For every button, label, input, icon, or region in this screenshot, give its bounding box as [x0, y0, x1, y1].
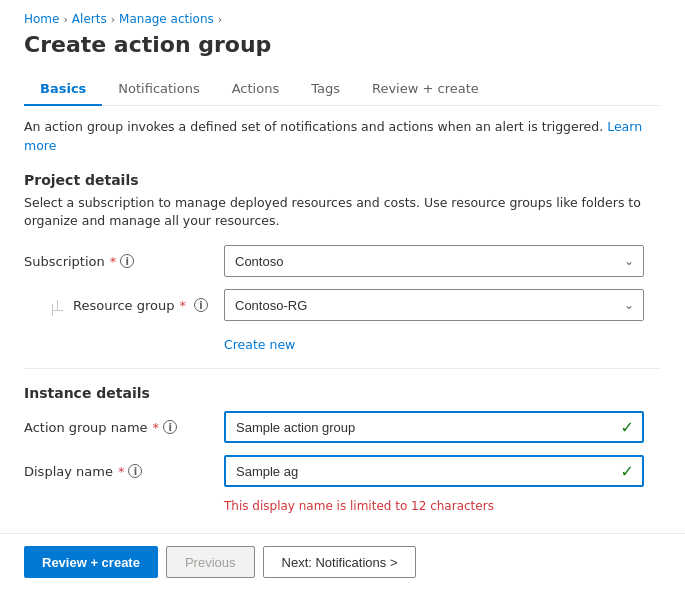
action-group-name-row: Action group name * i ✓	[24, 411, 661, 443]
action-group-name-info-icon[interactable]: i	[163, 420, 177, 434]
subscription-select[interactable]: Contoso	[224, 245, 644, 277]
resource-group-label-container: Resource group * i	[24, 298, 224, 313]
subscription-info-icon[interactable]: i	[120, 254, 134, 268]
resource-group-select[interactable]: Contoso-RG	[224, 289, 644, 321]
section-divider	[24, 368, 661, 369]
tab-notifications[interactable]: Notifications	[102, 73, 215, 106]
char-limit-note: This display name is limited to 12 chara…	[224, 499, 661, 513]
resource-group-select-wrapper: Contoso-RG ⌄	[224, 289, 644, 321]
tab-tags[interactable]: Tags	[295, 73, 356, 106]
breadcrumb-alerts[interactable]: Alerts	[72, 12, 107, 26]
instance-details-title: Instance details	[24, 385, 661, 401]
project-details-title: Project details	[24, 172, 661, 188]
create-new-link[interactable]: Create new	[224, 337, 295, 352]
tab-actions[interactable]: Actions	[216, 73, 296, 106]
subscription-label: Subscription * i	[24, 254, 224, 269]
action-group-name-label: Action group name * i	[24, 420, 224, 435]
tab-bar: Basics Notifications Actions Tags Review…	[24, 73, 661, 106]
subscription-row: Subscription * i Contoso ⌄	[24, 245, 661, 277]
display-name-row: Display name * i ✓	[24, 455, 661, 487]
page-title: Create action group	[24, 32, 661, 57]
tab-basics[interactable]: Basics	[24, 73, 102, 106]
next-notifications-button[interactable]: Next: Notifications >	[263, 546, 417, 578]
info-banner-text: An action group invokes a defined set of…	[24, 119, 603, 134]
breadcrumb-home[interactable]: Home	[24, 12, 59, 26]
breadcrumb: Home › Alerts › Manage actions ›	[24, 12, 661, 26]
action-group-name-input[interactable]	[224, 411, 644, 443]
subscription-required: *	[110, 254, 117, 269]
footer: Review + create Previous Next: Notificat…	[0, 533, 685, 590]
display-name-check-icon: ✓	[621, 462, 634, 481]
display-name-input[interactable]	[224, 455, 644, 487]
action-group-name-input-wrapper: ✓	[224, 411, 644, 443]
previous-button: Previous	[166, 546, 255, 578]
subscription-select-wrapper: Contoso ⌄	[224, 245, 644, 277]
breadcrumb-manage-actions[interactable]: Manage actions	[119, 12, 214, 26]
action-group-name-required: *	[153, 420, 160, 435]
resource-group-row: Resource group * i Contoso-RG ⌄	[24, 289, 661, 321]
action-group-name-check-icon: ✓	[621, 418, 634, 437]
display-name-required: *	[118, 464, 125, 479]
tab-review-create[interactable]: Review + create	[356, 73, 495, 106]
display-name-input-wrapper: ✓	[224, 455, 644, 487]
info-banner: An action group invokes a defined set of…	[24, 118, 661, 156]
resource-group-label: Resource group	[73, 298, 175, 313]
display-name-label: Display name * i	[24, 464, 224, 479]
display-name-info-icon[interactable]: i	[128, 464, 142, 478]
resource-group-required: *	[180, 298, 187, 313]
resource-group-info-icon[interactable]: i	[194, 298, 208, 312]
project-details-desc: Select a subscription to manage deployed…	[24, 194, 661, 232]
review-create-button[interactable]: Review + create	[24, 546, 158, 578]
